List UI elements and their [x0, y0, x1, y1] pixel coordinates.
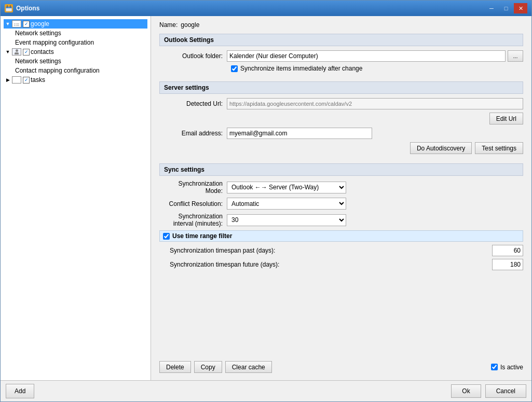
timerange-checkbox[interactable] [163, 233, 170, 240]
outlook-folder-input[interactable] [227, 50, 506, 62]
expander-contacts-icon: ▼ [5, 49, 11, 55]
titlebar: Options ─ □ ✕ [1, 1, 531, 16]
tree-panel: ▼ ✓ google Network settings Event mapp [1, 16, 151, 380]
minimize-button[interactable]: ─ [485, 3, 498, 13]
tree-indent-contacts: Network settings Contact mapping configu… [14, 57, 147, 75]
server-settings-header: Server settings [159, 81, 523, 94]
sidebar-item-contacts[interactable]: ▼ ✓ contacts [4, 47, 147, 57]
sidebar-item-contact-mapping[interactable]: Contact mapping configuration [14, 66, 147, 75]
sync-immediately-checkbox[interactable] [231, 65, 238, 72]
sidebar-item-event-mapping[interactable]: Event mapping configuration [14, 38, 147, 47]
calendar-icon [12, 20, 21, 27]
tree-indent-1: Network settings Event mapping configura… [14, 29, 147, 47]
email-input[interactable] [227, 128, 372, 139]
bottom-right: Ok Cancel [451, 384, 526, 398]
folder-input-row: ... [227, 50, 523, 62]
right-panel: Name: google Outlook Settings Outlook fo… [151, 16, 531, 380]
server-settings-section: Server settings Detected Url: Edit Url E… [159, 81, 523, 158]
bottom-left: Add [6, 384, 34, 398]
browse-button[interactable]: ... [508, 50, 523, 62]
timerange-label: Use time range filter [172, 232, 232, 240]
sidebar-item-label-contactmap: Contact mapping configuration [15, 67, 100, 74]
expander-icon: ▼ [5, 21, 11, 27]
outlook-settings-header: Outlook Settings [159, 34, 523, 46]
svg-rect-1 [6, 7, 12, 8]
past-days-label: Synchronization timespan past (days): [170, 247, 492, 254]
autodiscovery-button[interactable]: Do Autodiscovery [410, 142, 472, 154]
contacts-checkbox[interactable]: ✓ [23, 49, 30, 56]
autodiscovery-row: Do Autodiscovery Test settings [159, 142, 523, 154]
outlook-folder-row: Outlook folder: ... [159, 50, 523, 62]
name-row: Name: google [159, 21, 523, 29]
tasks-checkbox[interactable]: ✓ [23, 77, 30, 84]
sync-mode-row: Synchronization Mode: Outlook ←→ Server … [159, 180, 523, 195]
app-icon [5, 4, 13, 12]
is-active-checkbox[interactable] [491, 364, 498, 370]
past-days-input[interactable] [492, 245, 523, 256]
name-label: Name: [159, 21, 181, 29]
delete-button[interactable]: Delete [159, 361, 191, 373]
outlook-settings-section: Outlook Settings Outlook folder: ... Syn… [159, 34, 523, 76]
is-active-row: Is active [491, 364, 523, 371]
edit-url-row: Edit Url [159, 113, 523, 124]
future-days-input[interactable] [492, 259, 523, 270]
bottom-bar: Add Ok Cancel [1, 380, 531, 401]
window-title: Options [16, 5, 485, 12]
detected-url-input [227, 98, 523, 109]
sync-immediately-row: Synchronize items immediately after chan… [231, 65, 523, 72]
sidebar-item-label-contacts: contacts [31, 48, 54, 56]
conflict-label: Conflict Resolution: [159, 200, 227, 207]
is-active-label: Is active [500, 364, 523, 371]
sync-settings-header: Sync settings [159, 163, 523, 176]
sidebar-item-label-tasks: tasks [31, 76, 45, 84]
restore-button[interactable]: □ [499, 3, 513, 13]
google-checkbox[interactable]: ✓ [23, 21, 30, 27]
window-controls: ─ □ ✕ [485, 3, 527, 13]
contact-icon [12, 48, 21, 56]
interval-label: Synchronization interval (minutes): [159, 213, 227, 227]
detected-url-row: Detected Url: [159, 98, 523, 109]
future-days-label: Synchronization timespan future (days): [170, 261, 492, 268]
conflict-row: Conflict Resolution: Automatic Manual Ou… [159, 198, 523, 210]
action-buttons-row: Delete Copy Clear cache Is active [159, 361, 523, 373]
tasks-icon [12, 76, 21, 84]
folder-label: Outlook folder: [159, 52, 227, 60]
email-label: Email address: [159, 130, 227, 137]
options-window: Options ─ □ ✕ ▼ ✓ google [0, 0, 532, 402]
interval-select[interactable]: 5 10 15 30 60 120 [227, 214, 346, 226]
sidebar-item-tasks[interactable]: ▶ ✓ tasks [4, 75, 147, 85]
sidebar-item-label-network1: Network settings [15, 30, 61, 37]
expander-tasks-icon: ▶ [5, 77, 11, 83]
svg-rect-2 [7, 5, 8, 8]
copy-button[interactable]: Copy [194, 361, 222, 373]
sync-settings-section: Sync settings Synchronization Mode: Outl… [159, 163, 523, 273]
interval-row: Synchronization interval (minutes): 5 10… [159, 213, 523, 227]
close-button[interactable]: ✕ [514, 3, 527, 13]
add-button[interactable]: Add [6, 384, 34, 398]
sidebar-item-network-settings-2[interactable]: Network settings [14, 57, 147, 66]
edit-url-button[interactable]: Edit Url [489, 113, 523, 124]
sync-mode-select[interactable]: Outlook ←→ Server (Two-Way) Outlook → Se… [227, 182, 346, 193]
sync-immediately-label: Synchronize items immediately after chan… [240, 65, 362, 72]
svg-rect-3 [10, 5, 11, 8]
sidebar-item-google[interactable]: ▼ ✓ google [4, 19, 147, 29]
conflict-select[interactable]: Automatic Manual Outlook wins Server win… [227, 198, 346, 210]
main-content: ▼ ✓ google Network settings Event mapp [1, 16, 531, 380]
sidebar-item-label-google: google [31, 20, 49, 27]
sidebar-item-label-eventmap: Event mapping configuration [15, 39, 94, 46]
sidebar-item-network-settings-1[interactable]: Network settings [14, 29, 147, 38]
left-action-buttons: Delete Copy Clear cache [159, 361, 272, 373]
timerange-filter-header: Use time range filter [159, 230, 523, 242]
past-days-row: Synchronization timespan past (days): [170, 245, 523, 256]
test-settings-button[interactable]: Test settings [475, 142, 523, 154]
future-days-row: Synchronization timespan future (days): [170, 259, 523, 270]
clear-cache-button[interactable]: Clear cache [225, 361, 272, 373]
name-value: google [181, 21, 199, 29]
detected-url-label: Detected Url: [159, 100, 227, 107]
sidebar-item-label-network2: Network settings [15, 58, 61, 65]
email-row: Email address: [159, 128, 523, 139]
cancel-button[interactable]: Cancel [485, 384, 526, 398]
sync-mode-label: Synchronization Mode: [159, 180, 227, 195]
ok-button[interactable]: Ok [451, 384, 481, 398]
